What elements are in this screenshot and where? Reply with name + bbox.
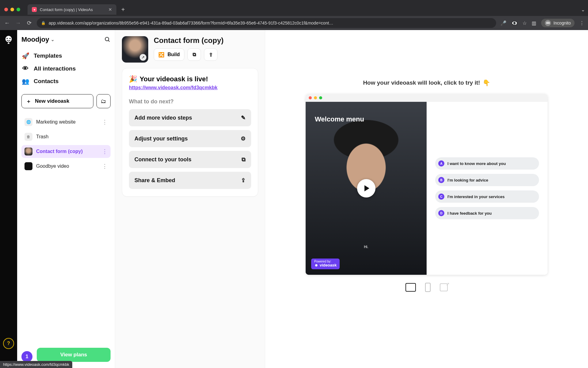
preview-window[interactable]: Welcome menu Hi. Powered by: ☻videoask A…	[306, 94, 548, 275]
nav-contacts[interactable]: 👥 Contacts	[21, 78, 111, 85]
preview-hint: How your videoask will look, click to tr…	[363, 79, 490, 86]
help-button[interactable]: ?	[3, 338, 14, 349]
connect-icon: ⧉	[193, 52, 196, 57]
bookmark-star-icon[interactable]: ☆	[522, 20, 527, 26]
browser-toolbar: ← → ⟳ 🔒 app.videoask.com/app/organizatio…	[0, 16, 588, 30]
tabs-overflow-icon[interactable]: ⌄	[581, 7, 585, 13]
close-icon	[309, 96, 312, 99]
desktop-view-button[interactable]	[405, 283, 416, 292]
video-thumb-icon	[24, 148, 32, 155]
tab-close-icon[interactable]: ✕	[108, 7, 112, 12]
connect-button[interactable]: ⧉	[187, 48, 201, 61]
mic-icon[interactable]: 🎤	[500, 20, 507, 26]
option-c[interactable]: C I'm interested in your services	[435, 190, 539, 203]
tab-strip: ▾ Contact form (copy) | VideoAs ✕ + ⌄	[0, 3, 588, 16]
close-window-icon[interactable]	[4, 8, 8, 11]
new-videoask-button[interactable]: ＋ New videoask	[21, 94, 93, 108]
maximize-window-icon[interactable]	[17, 8, 20, 11]
reload-button[interactable]: ⟳	[26, 20, 32, 26]
new-videoask-label: New videoask	[35, 98, 69, 104]
browser-menu-icon[interactable]: ⋮	[579, 20, 584, 26]
option-b[interactable]: B I'm looking for advice	[435, 174, 539, 186]
flow-icon: 🔀	[158, 52, 164, 58]
share-icon: ⇪	[241, 177, 246, 184]
option-d[interactable]: D I have feedback for you	[435, 207, 539, 219]
list-item-label: Trash	[36, 134, 48, 140]
nav-templates[interactable]: 🚀 Templates	[21, 52, 111, 59]
powered-badge[interactable]: Powered by: ☻videoask	[311, 259, 340, 269]
list-item[interactable]: 🌐 Marketing website ⋮	[21, 116, 111, 128]
search-button[interactable]	[104, 36, 111, 43]
page-title: Contact form (copy)	[154, 36, 224, 45]
eye-off-icon[interactable]: 👁️‍🗨️	[511, 20, 518, 26]
mobile-view-button[interactable]	[425, 283, 431, 292]
list-item[interactable]: 🗑 Trash	[21, 130, 111, 143]
open-external-button[interactable]	[440, 283, 448, 291]
share-icon: ⇪	[209, 52, 213, 58]
eye-icon: 👁	[21, 65, 29, 72]
action-label: Share & Embed	[134, 177, 175, 184]
svg-line-4	[108, 40, 110, 42]
live-card: 🎉 Your videoask is live! https://www.vid…	[122, 68, 258, 197]
badge-count: 1	[26, 354, 28, 359]
option-label: I have feedback for you	[447, 211, 492, 216]
url-text: app.videoask.com/app/organizations/8b955…	[49, 21, 333, 25]
tab-favicon-icon: ▾	[32, 7, 37, 12]
tab-title: Contact form (copy) | VideoAs	[40, 7, 93, 12]
detail-column: ↗ Contact form (copy) 🔀 Build ⧉ ⇪	[115, 30, 265, 368]
rocket-icon: 🚀	[21, 52, 29, 59]
more-icon[interactable]: ⋮	[102, 119, 107, 125]
status-url: https://www.videoask.com/fd3qcmkbk	[3, 362, 69, 367]
extensions-icon[interactable]: ▥	[532, 20, 536, 26]
pencil-icon: ✎	[241, 114, 246, 121]
point-down-icon: 👇	[483, 79, 490, 86]
browser-tab[interactable]: ▾ Contact form (copy) | VideoAs ✕	[28, 4, 116, 15]
nav-contacts-label: Contacts	[34, 78, 58, 85]
preview-window-bar	[306, 94, 548, 102]
action-add-steps[interactable]: Add more video steps ✎	[129, 109, 251, 126]
option-letter: A	[438, 160, 444, 167]
notification-badge[interactable]: 1	[21, 351, 32, 362]
videoask-logo-icon[interactable]	[4, 35, 13, 44]
address-bar[interactable]: 🔒 app.videoask.com/app/organizations/8b9…	[37, 18, 496, 28]
svg-point-3	[105, 37, 109, 41]
left-rail	[0, 30, 17, 368]
videoask-thumbnail[interactable]: ↗	[122, 36, 148, 63]
more-icon[interactable]: ⋮	[102, 163, 107, 170]
smile-icon: ☻	[314, 263, 318, 267]
option-a[interactable]: A I want to know more about you	[435, 157, 539, 170]
action-share-embed[interactable]: Share & Embed ⇪	[129, 172, 251, 189]
share-button[interactable]: ⇪	[204, 48, 217, 61]
action-connect-tools[interactable]: Connect to your tools ⧉	[129, 151, 251, 168]
option-letter: C	[438, 194, 444, 200]
new-tab-button[interactable]: +	[119, 6, 127, 13]
action-adjust-settings[interactable]: Adjust your settings ⚙	[129, 130, 251, 147]
preview-options: A I want to know more about you B I'm lo…	[427, 102, 548, 275]
build-button[interactable]: 🔀 Build	[154, 48, 184, 61]
incognito-badge[interactable]: 🕶 Incognito	[541, 19, 575, 27]
list-item[interactable]: Goodbye video ⋮	[21, 160, 111, 173]
back-button[interactable]: ←	[4, 20, 10, 26]
nav-interactions[interactable]: 👁 All interactions	[21, 65, 111, 72]
play-button[interactable]	[357, 179, 375, 197]
more-icon[interactable]: ⋮	[102, 148, 107, 155]
list-item[interactable]: Contact form (copy) ⋮	[21, 145, 111, 158]
window-traffic-lights	[4, 8, 20, 11]
build-label: Build	[168, 52, 180, 57]
minimize-window-icon[interactable]	[10, 8, 14, 11]
preview-video[interactable]: Welcome menu Hi. Powered by: ☻videoask	[306, 102, 427, 275]
contacts-icon: 👥	[21, 78, 29, 85]
workspace-switcher[interactable]: Moodjoy ⌄	[21, 36, 55, 44]
live-link[interactable]: https://www.videoask.com/fd3qcmkbk	[129, 85, 217, 90]
option-label: I'm looking for advice	[447, 178, 488, 182]
minimize-icon	[314, 96, 317, 99]
new-folder-button[interactable]: 🗂	[96, 94, 111, 108]
party-icon: 🎉	[129, 75, 137, 83]
video-title: Welcome menu	[315, 115, 364, 123]
play-icon	[364, 185, 369, 191]
list-item-label: Goodbye video	[36, 163, 69, 169]
list-item-label: Contact form (copy)	[36, 149, 83, 154]
view-plans-button[interactable]: View plans	[37, 348, 111, 362]
chevron-down-icon: ⌄	[51, 37, 55, 42]
status-bar: https://www.videoask.com/fd3qcmkbk	[0, 361, 72, 368]
